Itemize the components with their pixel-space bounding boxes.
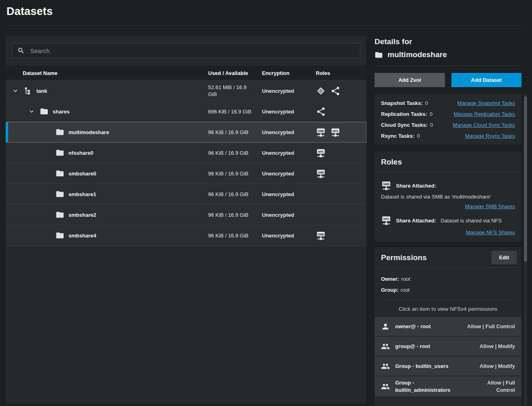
snapshot-tasks-count: 0	[425, 100, 428, 106]
used-available-cell: 96 KiB / 16.9 GiB	[208, 232, 262, 239]
smb-share-icon	[316, 231, 326, 241]
group-row: Group:root	[381, 284, 515, 295]
roles-card-body: Share Attached: Dataset is shared via SM…	[375, 172, 521, 242]
nfs-share-icon	[330, 127, 340, 137]
used-available-cell: 96 KiB / 16.9 GiB	[208, 150, 262, 156]
dataset-row-nfsshare0[interactable]: nfsshare0 96 KiB / 16.9 GiB Unencrypted	[6, 143, 366, 163]
dataset-name: smbshare2	[68, 212, 96, 218]
dataset-name-cell: tank	[6, 86, 208, 96]
manage-snapshot-tasks-link[interactable]: Manage Snapshot Tasks	[458, 98, 515, 109]
nfs-share-icon	[316, 148, 326, 158]
page-title: Datasets	[0, 0, 532, 23]
col-header-dataset-name: Dataset Name	[6, 70, 208, 76]
apps-role-icon	[316, 86, 326, 96]
people-icon	[381, 382, 390, 391]
rsync-tasks-row: Rsync Tasks:0 Manage Rsync Tasks	[381, 130, 515, 141]
manage-nfs-shares-link[interactable]: Manage NFS Shares	[466, 229, 515, 235]
encryption-cell: Unencrypted	[262, 88, 316, 94]
folder-icon	[55, 169, 65, 178]
roles-cell	[316, 127, 366, 137]
nfs-share-description: Dataset is shared via NFS	[440, 218, 502, 224]
acl-perms: Allow | Full Control	[482, 379, 515, 394]
cloud-sync-tasks-count: 0	[430, 122, 433, 128]
acl-item-group[interactable]: group@ - root Allow | Modify	[375, 337, 521, 356]
encryption-cell: Unencrypted	[262, 171, 316, 177]
permissions-card: Permissions Edit Owner:root Group:root C…	[375, 247, 521, 406]
dataset-row-shares[interactable]: shares 696 KiB / 16.9 GiB Unencrypted	[6, 101, 366, 122]
snapshot-tasks-row: Snapshot Tasks:0 Manage Snapshot Tasks	[381, 98, 515, 109]
add-zvol-button[interactable]: Add Zvol	[375, 73, 445, 87]
folder-icon	[39, 107, 49, 116]
smb-share-icon	[316, 127, 326, 137]
acl-item-owner[interactable]: owner@ - root Allow | Full Control	[375, 317, 521, 336]
owner-group-block: Owner:root Group:root	[375, 268, 521, 296]
manage-rsync-tasks-link[interactable]: Manage Rsync Tasks	[465, 130, 515, 141]
roles-cell	[316, 148, 366, 158]
nfsv4-hint: Click an item to view NFSv4 permissions	[378, 306, 518, 312]
acl-who: owner@ - root	[395, 323, 431, 329]
dataset-row-smbshare4[interactable]: smbshare4 96 KiB / 16.9 GiB Unencrypted	[6, 225, 366, 246]
dataset-name-cell: smbshare0	[6, 169, 208, 178]
used-available-cell: 96 KiB / 16.9 GiB	[208, 212, 262, 218]
encryption-cell: Unencrypted	[262, 212, 316, 218]
acl-who: Group - builtin_users	[395, 363, 448, 369]
details-heading: Details for	[375, 37, 521, 46]
acl-who: group@ - root	[395, 343, 430, 349]
dataset-row-tank[interactable]: tank 52.61 MiB / 16.9 GiB Unencrypted	[6, 81, 366, 101]
datasets-panel: Dataset Name Used / Available Encryption…	[6, 36, 366, 404]
smb-share-icon	[381, 180, 392, 191]
acl-perms: Allow | Modify	[480, 343, 515, 350]
search-wrap	[6, 36, 366, 66]
table-header: Dataset Name Used / Available Encryption…	[6, 66, 366, 81]
roles-cell	[316, 169, 366, 179]
people-icon	[381, 342, 390, 351]
replication-tasks-label: Replication Tasks:	[381, 111, 427, 117]
details-panel: Details for multimodeshare Add Zvol Add …	[375, 37, 521, 406]
encryption-cell: Unencrypted	[262, 150, 316, 156]
dataset-name: shares	[53, 109, 70, 115]
encryption-cell: Unencrypted	[262, 191, 316, 197]
dataset-name-cell: multimodeshare	[6, 127, 208, 137]
encryption-cell: Unencrypted	[262, 109, 316, 115]
acl-item-builtin-administrators[interactable]: Group - builtin_administrators Allow | F…	[375, 376, 521, 397]
chevron-down-icon[interactable]	[11, 87, 19, 95]
search-box[interactable]	[12, 43, 360, 58]
nfs-role-row: Share Attached: Dataset is shared via NF…	[381, 215, 515, 226]
people-icon	[381, 362, 390, 371]
encryption-cell: Unencrypted	[262, 233, 316, 239]
roles-cell	[316, 231, 366, 241]
dataset-row-multimodeshare[interactable]: multimodeshare 96 KiB / 16.9 GiB Unencry…	[6, 122, 366, 143]
manage-cloud-sync-tasks-link[interactable]: Manage Cloud Sync Tasks	[453, 120, 515, 130]
acl-perms: Allow | Modify	[480, 363, 515, 370]
replication-tasks-count: 0	[430, 111, 432, 117]
dataset-name: smbshare1	[68, 191, 96, 197]
permissions-title: Permissions	[381, 253, 427, 262]
roles-card: Roles Share Attached: Dataset is shared …	[375, 152, 521, 242]
used-available-cell: 696 KiB / 16.9 GiB	[208, 108, 262, 115]
manage-replication-tasks-link[interactable]: Manage Replication Tasks	[453, 109, 515, 120]
add-dataset-button[interactable]: Add Dataset	[451, 73, 522, 87]
acl-item-builtin-users[interactable]: Group - builtin_users Allow | Modify	[375, 357, 521, 376]
folder-icon	[55, 127, 65, 137]
used-available-cell: 96 KiB / 16.9 GiB	[208, 191, 262, 198]
smb-role-row: Share Attached:	[381, 180, 515, 191]
dataset-row-smbshare0[interactable]: smbshare0 96 KiB / 16.9 GiB Unencrypted	[6, 163, 366, 184]
folder-icon	[55, 148, 65, 158]
manage-smb-shares-link[interactable]: Manage SMB Shares	[465, 203, 515, 209]
permissions-header: Permissions Edit	[375, 247, 521, 267]
dataset-row-smbshare2[interactable]: smbshare2 96 KiB / 16.9 GiB Unencrypted	[6, 205, 366, 225]
rsync-tasks-count: 0	[417, 133, 420, 139]
edit-permissions-button[interactable]: Edit	[492, 251, 517, 264]
dataset-name: nfsshare0	[68, 150, 93, 156]
details-scrollbar-thumb[interactable]	[524, 96, 527, 262]
search-input[interactable]	[30, 47, 355, 54]
col-header-used-available: Used / Available	[208, 70, 262, 76]
chevron-down-icon[interactable]	[28, 107, 36, 115]
details-scrollbar-track[interactable]	[524, 94, 527, 406]
snapshot-tasks-label: Snapshot Tasks:	[381, 100, 423, 106]
group-label: Group:	[381, 287, 398, 293]
roles-cell	[316, 107, 366, 117]
dataset-row-smbshare1[interactable]: smbshare1 96 KiB / 16.9 GiB Unencrypted	[6, 184, 366, 205]
used-available-cell: 96 KiB / 16.9 GiB	[208, 129, 262, 136]
owner-row: Owner:root	[381, 274, 515, 284]
